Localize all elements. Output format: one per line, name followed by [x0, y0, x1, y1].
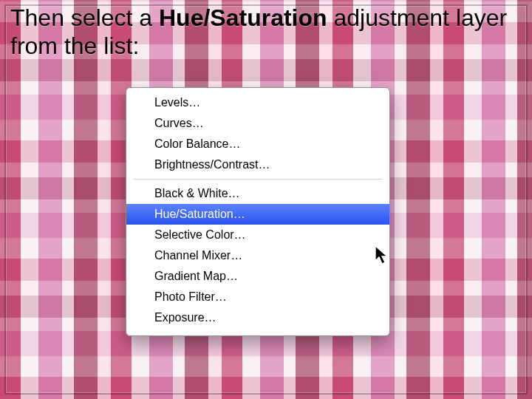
instruction-text: Then select a Hue/Saturation adjustment …: [10, 4, 522, 61]
caption-pre: Then select a: [10, 4, 159, 31]
menu-item-photo-filter[interactable]: Photo Filter…: [126, 287, 389, 307]
caption-bold: Hue/Saturation: [159, 4, 327, 31]
menu-item-hue-saturation[interactable]: Hue/Saturation…: [126, 204, 389, 225]
menu-item-color-balance[interactable]: Color Balance…: [126, 134, 389, 154]
menu-item-curves[interactable]: Curves…: [126, 113, 389, 134]
menu-item-exposure[interactable]: Exposure…: [126, 307, 389, 328]
menu-item-black-white[interactable]: Black & White…: [126, 183, 389, 204]
menu-item-brightness-contrast[interactable]: Brightness/Contrast…: [126, 154, 389, 175]
menu-item-levels[interactable]: Levels…: [126, 92, 389, 113]
menu-item-selective-color[interactable]: Selective Color…: [126, 225, 389, 245]
menu-item-channel-mixer[interactable]: Channel Mixer…: [126, 245, 389, 266]
menu-item-gradient-map[interactable]: Gradient Map…: [126, 266, 389, 287]
adjustment-layer-menu[interactable]: Levels… Curves… Color Balance… Brightnes…: [126, 87, 390, 336]
menu-separator: [134, 179, 382, 180]
